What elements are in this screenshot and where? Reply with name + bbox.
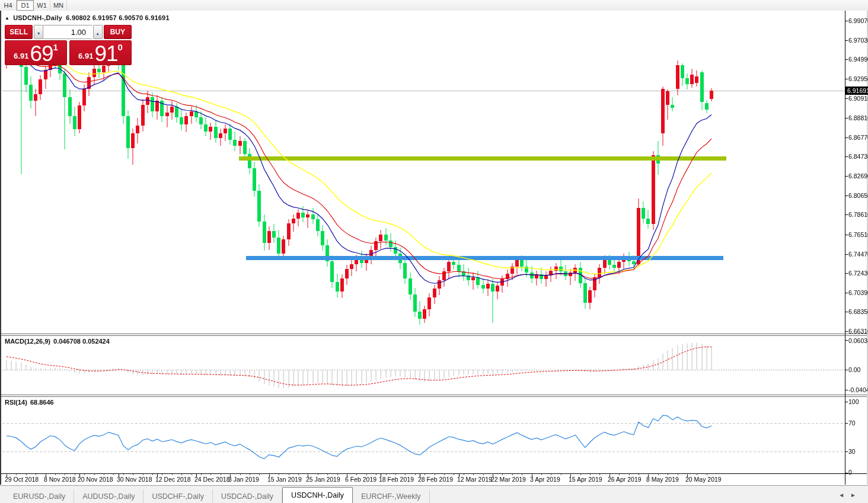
price-axis-label: 6.92950 bbox=[848, 75, 868, 82]
timeframe-button-mn[interactable]: MN bbox=[50, 0, 67, 11]
date-axis-label: 25 Jan 2019 bbox=[306, 476, 340, 483]
timeframe-toolbar: H4D1W1MN bbox=[0, 0, 868, 11]
rsi-axis-label: 0 bbox=[848, 469, 852, 476]
price-axis-label: 6.80650 bbox=[848, 192, 868, 199]
date-axis-label: 3 Apr 2019 bbox=[530, 476, 560, 483]
price-chart-canvas[interactable] bbox=[0, 11, 868, 485]
chart-symbol-label: USDCNH-,Daily bbox=[13, 14, 62, 21]
one-click-trading-panel: SELL ▼ ▲ BUY 6.91691 6.91910 bbox=[5, 25, 132, 65]
buy-price-display[interactable]: 6.91910 bbox=[69, 40, 132, 65]
volume-increase-button[interactable]: ▲ bbox=[93, 25, 103, 39]
tab-audusd-daily[interactable]: AUDUSD-,Daily bbox=[74, 489, 143, 503]
macd-name: MACD(12,26,9) bbox=[5, 338, 50, 345]
trade-quotes-row: 6.91691 6.91910 bbox=[5, 40, 132, 65]
trade-controls-row: SELL ▼ ▲ BUY bbox=[5, 25, 132, 39]
chevron-down-icon: ▼ bbox=[37, 31, 41, 36]
price-axis-label: 6.68350 bbox=[848, 308, 868, 315]
rsi-axis-label: 70 bbox=[848, 419, 856, 427]
date-axis-label: 26 Apr 2019 bbox=[608, 476, 642, 483]
date-axis-label: 8 Nov 2018 bbox=[44, 476, 76, 483]
trading-terminal-screen: H4D1W1MN ▲USDCNH-,Daily 6.90802 6.91957 … bbox=[0, 0, 868, 503]
timeframe-buttons: H4D1W1MN bbox=[0, 0, 67, 11]
window-left-border bbox=[0, 11, 1, 485]
buy-price-prefix: 6.91 bbox=[78, 52, 93, 60]
date-axis-label: 30 Nov 2018 bbox=[117, 476, 152, 483]
timeframe-button-d1[interactable]: D1 bbox=[17, 0, 34, 11]
rsi-axis-label: 30 bbox=[848, 448, 856, 455]
date-axis-label: 15 Jan 2019 bbox=[267, 476, 302, 483]
price-axis-label: 6.66310 bbox=[848, 328, 868, 335]
current-price-box: 6.91691 bbox=[845, 86, 868, 95]
volume-input[interactable] bbox=[43, 25, 92, 39]
price-axis-label: 6.86770 bbox=[848, 134, 868, 141]
tab-usdcnh-daily[interactable]: USDCNH-,Daily bbox=[282, 487, 353, 503]
tab-eurusd-daily[interactable]: EURUSD-,Daily bbox=[5, 489, 74, 503]
collapse-triangle-icon[interactable]: ▲ bbox=[5, 15, 9, 21]
symbol-tabs: EURUSD-,DailyAUDUSD-,DailyUSDCHF-,DailyU… bbox=[0, 486, 430, 503]
date-axis-label: 29 Oct 2018 bbox=[5, 476, 39, 483]
chevron-up-icon: ▲ bbox=[95, 31, 100, 36]
date-axis-label: 3 Jan 2019 bbox=[228, 476, 259, 483]
timeframe-button-h4[interactable]: H4 bbox=[0, 0, 17, 11]
buy-price-pip-digit: 0 bbox=[118, 42, 123, 52]
symbol-tab-bar: EURUSD-,DailyAUDUSD-,DailyUSDCHF-,DailyU… bbox=[0, 485, 868, 503]
macd-values: 0.046708 0.052424 bbox=[53, 338, 110, 345]
rsi-axis-label: 100 bbox=[848, 398, 859, 405]
sell-price-big-digits: 69 bbox=[30, 45, 53, 63]
tab-usdchf-daily[interactable]: USDCHF-,Daily bbox=[143, 489, 213, 503]
chart-ohlc-values: 6.90802 6.91957 6.90570 6.91691 bbox=[66, 14, 169, 21]
date-axis-label: 6 Feb 2019 bbox=[345, 476, 376, 483]
date-axis-label: 8 May 2019 bbox=[646, 476, 679, 483]
price-axis-label: 6.84730 bbox=[848, 153, 868, 160]
date-axis-label: 20 May 2019 bbox=[685, 476, 722, 483]
sell-button[interactable]: SELL bbox=[5, 25, 33, 39]
macd-axis-label: 0.00 bbox=[848, 366, 860, 373]
macd-axis-label: -0.040415 bbox=[848, 386, 868, 393]
date-axis-label: 15 Apr 2019 bbox=[569, 476, 602, 483]
buy-button[interactable]: BUY bbox=[104, 25, 132, 39]
volume-decrease-button[interactable]: ▼ bbox=[34, 25, 43, 39]
chart-title: ▲USDCNH-,Daily 6.90802 6.91957 6.90570 6… bbox=[5, 14, 170, 21]
date-axis-label: 18 Feb 2019 bbox=[379, 476, 414, 483]
price-axis-label: 6.82690 bbox=[848, 172, 868, 180]
date-axis-label: 12 Mar 2019 bbox=[457, 476, 492, 483]
price-axis-label: 6.70390 bbox=[848, 289, 868, 296]
price-axis-label: 6.78610 bbox=[848, 211, 868, 218]
tab-scroll-left-icon[interactable]: ◄ bbox=[838, 492, 850, 498]
date-axis-label: 20 Nov 2018 bbox=[78, 476, 113, 483]
price-axis-label: 6.72430 bbox=[848, 270, 868, 277]
date-axis-label: 24 Dec 2018 bbox=[194, 476, 230, 483]
tab-usdcad-daily[interactable]: USDCAD-,Daily bbox=[213, 489, 282, 503]
price-axis-label: 6.94990 bbox=[848, 56, 868, 63]
buy-price-big-digits: 91 bbox=[94, 45, 117, 63]
timeframe-button-w1[interactable]: W1 bbox=[34, 0, 50, 11]
date-axis-label: 22 Mar 2019 bbox=[491, 476, 526, 483]
rsi-indicator-label: RSI(14)68.8646 bbox=[5, 399, 54, 406]
tab-eurchf-weekly[interactable]: EURCHF-,Weekly bbox=[353, 489, 429, 503]
price-axis-label: 6.74470 bbox=[848, 251, 868, 258]
tab-scroll-right-icon[interactable]: ► bbox=[850, 492, 862, 498]
rsi-name: RSI(14) bbox=[5, 399, 27, 406]
price-axis-label: 6.88810 bbox=[848, 114, 868, 121]
date-axis-label: 28 Feb 2019 bbox=[418, 476, 453, 483]
sell-price-display[interactable]: 6.91691 bbox=[5, 40, 67, 65]
price-axis-label: 6.76510 bbox=[848, 231, 868, 238]
macd-axis-label: 0.060342 bbox=[848, 337, 868, 344]
price-axis-label: 6.97030 bbox=[848, 37, 868, 44]
sell-price-prefix: 6.91 bbox=[14, 52, 28, 60]
macd-indicator-label: MACD(12,26,9)0.046708 0.052424 bbox=[5, 338, 110, 345]
rsi-value: 68.8646 bbox=[30, 399, 54, 406]
date-axis-label: 12 Dec 2018 bbox=[155, 476, 191, 483]
tab-scroll-arrows: ◄► bbox=[838, 492, 862, 498]
sell-price-pip-digit: 1 bbox=[53, 42, 58, 52]
price-axis-label: 6.99070 bbox=[848, 17, 868, 24]
price-axis-label: 6.90910 bbox=[848, 95, 868, 102]
